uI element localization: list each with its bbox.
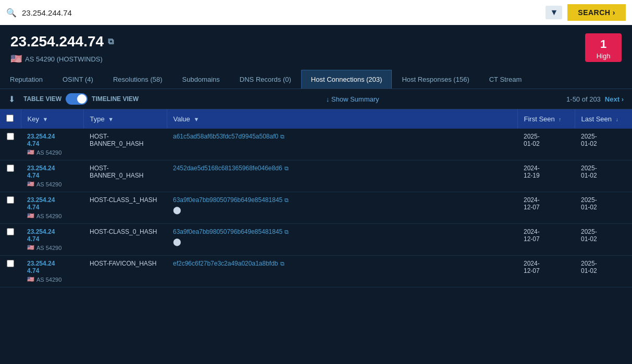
key-as-info: AS 54290 <box>36 213 61 219</box>
key-flag: 🇺🇸 <box>27 212 34 219</box>
tab-host-connections[interactable]: Host Connections (203) <box>301 70 392 89</box>
copy-icon[interactable]: ⧉ <box>108 37 114 46</box>
key-link[interactable]: 23.254.244.74 <box>27 228 55 243</box>
header-checkbox <box>0 109 21 129</box>
table-header-row: Key ▼ Type ▼ Value ▼ First Seen ↑ Last S… <box>0 109 632 129</box>
ip-subtitle: 🇺🇸 AS 54290 (HOSTWINDS) <box>10 53 114 65</box>
last-seen-date: 2025-01-02 <box>581 133 597 147</box>
header-value[interactable]: Value ▼ <box>167 109 517 129</box>
key-meta: 🇺🇸 AS 54290 <box>27 181 77 187</box>
key-meta: 🇺🇸 AS 54290 <box>27 212 77 219</box>
value-link[interactable]: 63a9f0ea7bb98050796b649e85481845 <box>173 228 282 235</box>
row-checkbox[interactable] <box>7 165 14 172</box>
copy-value-icon[interactable]: ⧉ <box>284 165 289 171</box>
key-meta: 🇺🇸 AS 54290 <box>27 149 77 156</box>
copy-value-icon[interactable]: ⧉ <box>284 229 289 235</box>
header-key[interactable]: Key ▼ <box>21 109 83 129</box>
copy-value-icon[interactable]: ⧉ <box>280 133 284 140</box>
type-filter-icon: ▼ <box>108 116 114 122</box>
table-row: 23.254.244.74 🇺🇸 AS 54290 HOST-CLASS_0_H… <box>0 224 632 256</box>
row-checkbox-cell <box>0 256 21 287</box>
row-first-seen: 2024-12-19 <box>517 160 575 192</box>
row-checkbox-cell <box>0 224 21 256</box>
row-checkbox[interactable] <box>7 196 14 204</box>
key-link[interactable]: 23.254.244.74 <box>27 196 55 211</box>
first-seen-date: 2024-12-07 <box>524 260 540 274</box>
header-type[interactable]: Type ▼ <box>83 109 167 129</box>
row-type: HOST-BANNER_0_HASH <box>83 129 167 160</box>
row-key: 23.254.244.74 🇺🇸 AS 54290 <box>21 160 83 192</box>
key-link[interactable]: 23.254.244.74 <box>27 260 55 274</box>
tab-subdomains[interactable]: Subdomains <box>172 70 230 89</box>
row-checkbox-cell <box>0 129 21 160</box>
header-last-seen[interactable]: Last Seen ↓ <box>575 109 632 129</box>
tab-dns-records[interactable]: DNS Records (0) <box>230 70 301 89</box>
last-seen-date: 2025-01-02 <box>581 260 597 274</box>
key-meta: 🇺🇸 AS 54290 <box>27 244 77 251</box>
row-first-seen: 2024-12-07 <box>517 192 575 224</box>
sub-icon: ⬤ <box>173 237 511 246</box>
next-button[interactable]: Next › <box>605 95 624 103</box>
key-flag: 🇺🇸 <box>27 244 34 251</box>
copy-value-icon[interactable]: ⧉ <box>284 197 289 203</box>
view-toggle-switch[interactable] <box>66 93 88 105</box>
risk-score: 1 <box>600 37 606 51</box>
row-last-seen: 2025-01-02 <box>575 224 632 256</box>
last-seen-sort-icon: ↓ <box>616 117 618 122</box>
key-link[interactable]: 23.254.244.74 <box>27 165 55 179</box>
row-checkbox-cell <box>0 160 21 192</box>
ip-title: 23.254.244.74 ⧉ <box>10 33 114 50</box>
first-seen-date: 2024-12-07 <box>524 228 540 243</box>
row-first-seen: 2024-12-07 <box>517 224 575 256</box>
filter-icon[interactable]: ▼ <box>546 6 562 19</box>
tab-reputation[interactable]: Reputation <box>0 70 53 89</box>
row-checkbox-cell <box>0 192 21 224</box>
table-row: 23.254.244.74 🇺🇸 AS 54290 HOST-CLASS_1_H… <box>0 192 632 224</box>
pagination-info: 1-50 of 203 <box>566 95 601 103</box>
row-checkbox[interactable] <box>7 260 14 267</box>
row-type: HOST-CLASS_0_HASH <box>83 224 167 256</box>
row-value: 2452dae5d5168c681365968fe046e8d6⧉ <box>167 160 517 192</box>
value-link[interactable]: ef2c96c6f27b7e3c2a49a020a1a8bfdb <box>173 260 278 267</box>
tabs-bar: Reputation OSINT (4) Resolutions (58) Su… <box>0 70 632 89</box>
first-seen-date: 2024-12-07 <box>524 196 540 211</box>
key-flag: 🇺🇸 <box>27 181 34 187</box>
row-checkbox[interactable] <box>7 133 14 140</box>
table-view-label: TABLE VIEW <box>23 95 61 103</box>
search-input[interactable]: 23.254.244.74 <box>22 8 540 17</box>
risk-level: High <box>593 52 613 60</box>
search-icon: 🔍 <box>6 8 17 18</box>
header-first-seen[interactable]: First Seen ↑ <box>517 109 575 129</box>
row-value: a61c5ad58af6b53fdc57d9945a508af0⧉ <box>167 129 517 160</box>
last-seen-date: 2025-01-02 <box>581 165 597 179</box>
tab-host-responses[interactable]: Host Responses (156) <box>392 70 479 89</box>
first-seen-date: 2025-01-02 <box>524 133 540 147</box>
row-last-seen: 2025-01-02 <box>575 129 632 160</box>
value-link[interactable]: 2452dae5d5168c681365968fe046e8d6 <box>173 165 282 172</box>
select-all-checkbox[interactable] <box>6 115 14 122</box>
key-as-info: AS 54290 <box>36 277 61 283</box>
tab-resolutions[interactable]: Resolutions (58) <box>103 70 172 89</box>
row-value: 63a9f0ea7bb98050796b649e85481845⧉ ⬤ <box>167 224 517 256</box>
key-meta: 🇺🇸 AS 54290 <box>27 276 77 283</box>
search-bar: 🔍 23.254.244.74 ▼ SEARCH › <box>0 0 632 25</box>
key-link[interactable]: 23.254.244.74 <box>27 133 55 147</box>
tab-osint[interactable]: OSINT (4) <box>53 70 103 89</box>
tab-ct-stream[interactable]: CT Stream <box>479 70 532 89</box>
value-link[interactable]: 63a9f0ea7bb98050796b649e85481845 <box>173 196 282 204</box>
row-checkbox[interactable] <box>7 228 14 235</box>
search-button[interactable]: SEARCH › <box>567 4 626 21</box>
key-as-info: AS 54290 <box>36 149 61 156</box>
key-flag: 🇺🇸 <box>27 276 34 283</box>
table-controls: ⬇ TABLE VIEW TIMELINE VIEW ↓ Show Summar… <box>0 89 632 109</box>
view-toggle: ⬇ TABLE VIEW TIMELINE VIEW <box>8 93 139 105</box>
key-filter-icon: ▼ <box>43 116 48 122</box>
table-row: 23.254.244.74 🇺🇸 AS 54290 HOST-BANNER_0_… <box>0 129 632 160</box>
download-icon[interactable]: ⬇ <box>8 94 15 104</box>
show-summary[interactable]: ↓ Show Summary <box>326 95 379 103</box>
row-key: 23.254.244.74 🇺🇸 AS 54290 <box>21 192 83 224</box>
value-link[interactable]: a61c5ad58af6b53fdc57d9945a508af0 <box>173 133 278 140</box>
key-flag: 🇺🇸 <box>27 149 34 156</box>
copy-value-icon[interactable]: ⧉ <box>280 260 284 267</box>
data-table: Key ▼ Type ▼ Value ▼ First Seen ↑ Last S… <box>0 109 632 287</box>
